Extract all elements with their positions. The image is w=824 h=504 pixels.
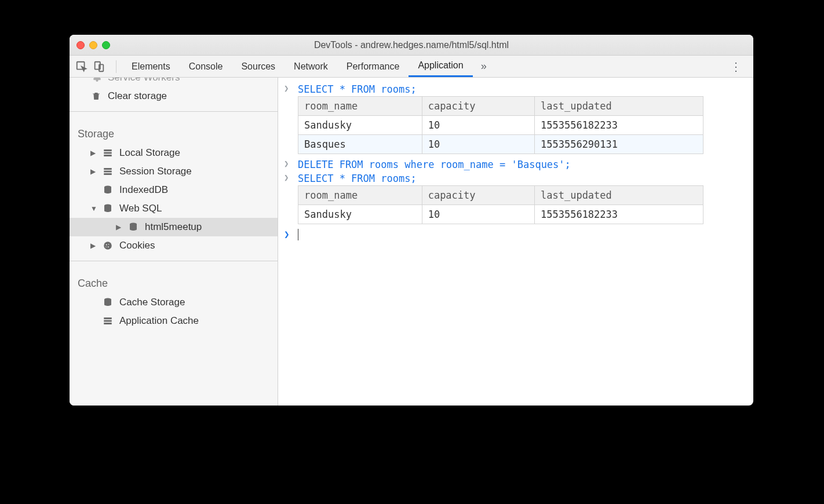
devtools-window: DevTools - andrew.hedges.name/html5/sql.… [70,35,753,406]
chevron-down-icon: ▼ [90,204,96,213]
prompt-icon: ❯ [284,229,292,240]
sidebar-item-label: Local Storage [119,147,180,159]
window-titlebar: DevTools - andrew.hedges.name/html5/sql.… [70,35,753,56]
websql-console[interactable]: ❯SELECT * FROM rooms;room_namecapacityla… [278,78,753,406]
sql-statement: SELECT * FROM rooms; [298,83,417,95]
sidebar-item-service-workers[interactable]: Service Workers [70,78,278,87]
column-header: room_name [298,97,422,116]
column-header: last_updated [534,186,703,205]
table-row[interactable]: Sandusky101553556182233 [298,116,703,135]
window-title: DevTools - andrew.hedges.name/html5/sql.… [70,40,753,50]
devtools-tabbar: Elements Console Sources Network Perform… [70,56,753,78]
tab-application[interactable]: Application [409,56,472,77]
svg-point-8 [108,244,110,245]
database-icon [102,297,114,308]
table-cell: Sandusky [298,116,422,135]
tab-performance[interactable]: Performance [337,56,409,77]
svg-point-9 [108,246,109,247]
sidebar-item-label: html5meetup [145,221,202,233]
settings-menu-button[interactable]: ⋮ [724,60,748,74]
console-entry: ❯DELETE FROM rooms where room_name = 'Ba… [284,158,748,171]
sidebar-item-application-cache[interactable]: Application Cache [70,312,278,330]
cookie-icon [102,240,114,251]
application-sidebar: Service Workers Clear storage Storage ▶ … [70,78,278,406]
trash-icon [90,90,102,102]
database-icon [102,184,114,196]
table-row[interactable]: Basques101553556290131 [298,135,703,154]
svg-point-10 [105,247,107,248]
chevron-right-icon: ▶ [90,242,96,250]
prompt-icon: ❯ [284,159,292,168]
sidebar-item-clear-storage[interactable]: Clear storage [70,87,278,105]
table-icon [102,147,114,159]
sidebar-item-cookies[interactable]: ▶ Cookies [70,236,278,255]
sql-statement: SELECT * FROM rooms; [298,173,417,184]
sidebar-divider [70,111,278,112]
table-icon [102,315,114,327]
column-header: capacity [422,186,534,205]
table-cell: 1553556182233 [534,116,703,135]
sidebar-item-session-storage[interactable]: ▶ Session Storage [70,162,278,181]
chevron-right-icon: ▶ [90,167,96,176]
table-icon [102,166,114,177]
table-cell: 10 [422,135,534,154]
table-row[interactable]: Sandusky101553556182233 [298,205,703,224]
sidebar-item-label: Service Workers [108,78,180,83]
input-cursor [298,229,298,240]
table-cell: 1553556290131 [534,135,703,154]
table-cell: 10 [422,116,534,135]
svg-point-6 [104,242,112,250]
sidebar-item-html5meetup[interactable]: ▶ html5meetup [70,218,278,236]
table-cell: Basques [298,135,422,154]
column-header: capacity [422,97,534,116]
sidebar-item-cache-storage[interactable]: Cache Storage [70,293,278,312]
table-cell: 1553556182233 [534,205,703,224]
svg-point-7 [106,244,107,246]
database-icon [102,203,114,214]
console-prompt-row[interactable]: ❯ [284,228,748,242]
prompt-icon: ❯ [284,83,292,93]
tab-sources[interactable]: Sources [232,56,285,77]
prompt-icon: ❯ [284,173,292,182]
chevron-right-icon: ▶ [90,149,96,157]
sidebar-item-label: Cache Storage [119,297,185,308]
chevron-right-icon: ▶ [116,223,122,231]
table-cell: 10 [422,205,534,224]
tab-elements[interactable]: Elements [122,56,180,77]
sidebar-group-storage: Storage [70,118,278,144]
column-header: room_name [298,186,422,205]
sidebar-group-cache: Cache [70,267,278,293]
table-cell: Sandusky [298,205,422,224]
sidebar-item-websql[interactable]: ▼ Web SQL [70,199,278,218]
gear-icon [90,78,102,83]
inspect-icon[interactable] [75,60,88,73]
sidebar-divider [70,261,278,261]
sidebar-item-label: IndexedDB [119,184,168,196]
device-toggle-icon[interactable] [93,60,105,73]
tabs-overflow-button[interactable]: » [475,60,493,72]
result-table: room_namecapacitylast_updatedSandusky101… [298,96,703,154]
sidebar-item-label: Web SQL [119,203,162,214]
tabbar-divider [116,60,116,73]
sidebar-item-label: Application Cache [119,315,199,327]
result-table: room_namecapacitylast_updatedSandusky101… [298,185,703,224]
sidebar-item-label: Session Storage [119,166,192,177]
database-icon [127,221,139,233]
sidebar-item-local-storage[interactable]: ▶ Local Storage [70,144,278,162]
sidebar-item-indexeddb[interactable]: IndexedDB [70,181,278,199]
console-entry: ❯SELECT * FROM rooms; [284,82,748,96]
sidebar-item-label: Cookies [119,240,155,251]
tab-console[interactable]: Console [180,56,232,77]
sidebar-item-label: Clear storage [108,90,167,102]
sql-statement: DELETE FROM rooms where room_name = 'Bas… [298,159,571,170]
devtools-body: Service Workers Clear storage Storage ▶ … [70,78,753,406]
tab-network[interactable]: Network [285,56,337,77]
column-header: last_updated [534,97,703,116]
console-entry: ❯SELECT * FROM rooms; [284,171,748,185]
